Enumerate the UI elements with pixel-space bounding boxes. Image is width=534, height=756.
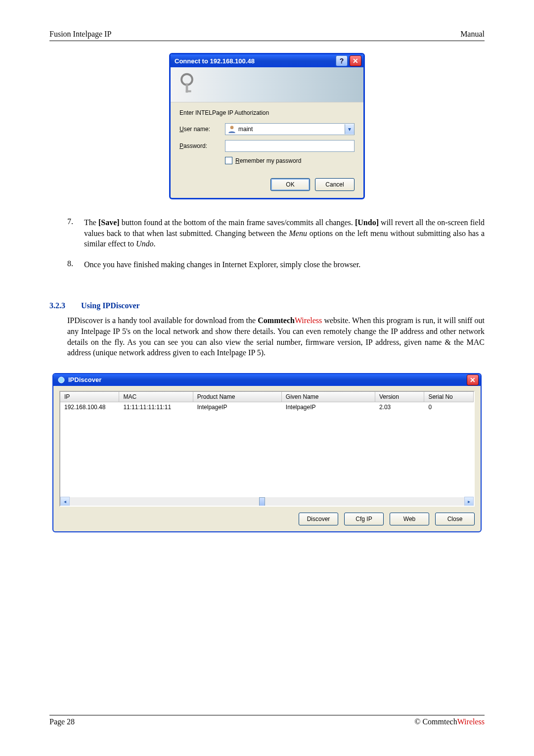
auth-banner	[171, 67, 363, 102]
col-serial[interactable]: Serial No	[424, 392, 474, 402]
list-number-8: 8.	[67, 259, 84, 270]
ipd-listview[interactable]: IP MAC Product Name Given Name Version S…	[59, 391, 475, 507]
username-combo[interactable]: maint ▾	[225, 123, 355, 135]
ipdiscover-window: IPDiscover ✕ IP MAC Product Name Given N…	[52, 373, 482, 532]
username-value: maint	[238, 126, 345, 133]
cancel-button[interactable]: Cancel	[315, 178, 355, 191]
close-button-ipd[interactable]: Close	[435, 513, 475, 525]
remember-label: Remember my password	[235, 157, 301, 164]
discover-button[interactable]: Discover	[299, 513, 338, 525]
web-button[interactable]: Web	[390, 513, 429, 525]
svg-point-3	[230, 126, 234, 129]
close-icon: ✕	[353, 57, 358, 65]
horizontal-scrollbar[interactable]: ◂ ▸	[60, 497, 474, 506]
password-label: Password:	[179, 142, 225, 149]
svg-point-0	[181, 74, 192, 85]
col-ip[interactable]: IP	[60, 392, 119, 402]
auth-dialog: Connect to 192.168.100.48 ? ✕ Enter INTE…	[169, 53, 365, 199]
col-given-name[interactable]: Given Name	[282, 392, 375, 402]
header-right: Manual	[460, 30, 485, 39]
ok-button[interactable]: OK	[270, 178, 310, 191]
username-label: User name:	[179, 126, 225, 133]
cell-gn: IntelpageIP	[282, 402, 375, 412]
question-icon: ?	[340, 57, 344, 65]
header-left: Fusion Intelpage IP	[49, 30, 111, 39]
close-icon: ✕	[470, 376, 476, 384]
svg-rect-2	[186, 90, 191, 92]
cell-mac: 11:11:11:11:11:11	[119, 402, 193, 412]
cell-sn: 0	[424, 402, 474, 412]
list-text-7: The [Save] button found at the bottom of…	[84, 217, 485, 249]
table-row[interactable]: 192.168.100.48 11:11:11:11:11:11 Intelpa…	[60, 402, 474, 412]
user-icon	[227, 125, 236, 134]
list-text-8: Once you have finished making changes in…	[84, 259, 485, 270]
scroll-track[interactable]	[70, 497, 464, 506]
col-mac[interactable]: MAC	[119, 392, 193, 402]
footer-page: Page 28	[49, 717, 75, 726]
auth-titlebar[interactable]: Connect to 192.168.100.48 ? ✕	[171, 54, 363, 67]
auth-title: Connect to 192.168.100.48	[175, 57, 334, 65]
cell-pn: IntelpageIP	[193, 402, 282, 412]
svg-point-4	[58, 377, 64, 383]
section-paragraph: IPDiscover is a handy tool available for…	[67, 315, 485, 358]
keys-icon	[175, 72, 199, 98]
lv-header[interactable]: IP MAC Product Name Given Name Version S…	[60, 392, 474, 402]
scroll-thumb[interactable]	[259, 497, 265, 507]
password-input[interactable]	[225, 140, 355, 152]
scroll-right-icon[interactable]: ▸	[464, 497, 474, 506]
scroll-left-icon[interactable]: ◂	[60, 497, 70, 506]
ipd-title: IPDiscover	[68, 376, 465, 383]
chevron-down-icon[interactable]: ▾	[345, 124, 354, 134]
cell-ver: 2.03	[375, 402, 425, 412]
close-button[interactable]: ✕	[350, 55, 361, 66]
list-number-7: 7.	[67, 217, 84, 249]
ipd-app-icon	[57, 376, 65, 384]
cell-ip: 192.168.100.48	[60, 402, 119, 412]
section-heading: 3.2.3Using IPDiscover	[49, 301, 485, 310]
footer-copyright: © CommtechWireless	[414, 717, 485, 726]
remember-checkbox[interactable]	[225, 157, 232, 164]
help-button[interactable]: ?	[336, 55, 348, 66]
col-version[interactable]: Version	[375, 392, 425, 402]
col-product-name[interactable]: Product Name	[193, 392, 282, 402]
ipd-titlebar[interactable]: IPDiscover ✕	[53, 374, 481, 386]
cfgip-button[interactable]: Cfg IP	[344, 513, 384, 525]
ipd-close-button[interactable]: ✕	[467, 375, 479, 385]
auth-prompt: Enter INTELPage IP Authorization	[179, 109, 355, 116]
